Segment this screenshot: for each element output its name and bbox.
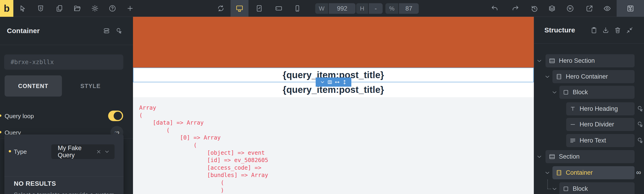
chevron-down-icon[interactable]: [104, 149, 110, 155]
modified-bullet: [0, 131, 2, 133]
query-type-select[interactable]: My Fake Query: [51, 144, 114, 159]
tab-content[interactable]: CONTENT: [4, 75, 62, 97]
resize-horizontal-icon[interactable]: [334, 80, 340, 85]
wordpress-icon[interactable]: W: [566, 4, 574, 12]
download-icon[interactable]: [602, 27, 609, 34]
mobile-landscape-icon[interactable]: [275, 4, 282, 12]
popup-divider: [4, 177, 124, 177]
query-settings-popup: Type My Fake Query NO RESULTS Select a t…: [4, 135, 124, 194]
dimension-label-W: W: [315, 3, 328, 14]
tree-item-hero-section[interactable]: Hero Section: [546, 54, 634, 67]
columns-icon[interactable]: [327, 80, 332, 85]
refresh-icon[interactable]: [217, 4, 224, 12]
collapse-icon[interactable]: [626, 27, 633, 34]
modified-bullet: [9, 150, 11, 152]
tree-expand-chevron-icon[interactable]: [536, 154, 542, 160]
interaction-icon[interactable]: [637, 105, 644, 112]
tree-item-label: Hero Text: [580, 137, 606, 144]
tree-item-label: Block: [573, 89, 588, 96]
container-element-icon: [556, 73, 562, 80]
builder-canvas: {query_item:post_title} {query_item:post…: [133, 17, 534, 194]
element-action-toolbar[interactable]: [316, 77, 351, 87]
mobile-portrait-icon[interactable]: [294, 4, 301, 12]
query-loop-label: Query loop: [4, 113, 34, 120]
tree-item-container[interactable]: Container: [552, 166, 634, 179]
element-settings-panel: Container CONTENT STYLE Query loop Query…: [0, 17, 133, 194]
resize-vertical-icon[interactable]: [342, 80, 347, 85]
panel-title: Container: [7, 27, 40, 35]
bricks-logo[interactable]: b: [0, 0, 13, 17]
type-label: Type: [14, 148, 27, 155]
print-r-array-dump: Array ( [data] => Array ( [0] => Array (…: [139, 104, 268, 194]
query-loop-toggle[interactable]: [108, 111, 123, 121]
tree-expand-chevron-icon[interactable]: [552, 186, 558, 192]
tree-item-label: Hero Section: [559, 57, 595, 64]
block-element-icon: [562, 186, 569, 192]
tree-item-label: Section: [559, 153, 580, 160]
external-link-icon[interactable]: [586, 4, 594, 12]
tree-item-hero-divider[interactable]: Hero Divider: [566, 118, 634, 131]
tree-item-hero-container[interactable]: Hero Container: [552, 70, 634, 83]
trash-icon[interactable]: [614, 27, 621, 34]
css3-icon[interactable]: 3: [37, 4, 44, 12]
svg-text:W: W: [568, 7, 572, 10]
save-icon: [626, 4, 634, 12]
section-element-icon: [549, 57, 556, 64]
query-debug-output[interactable]: Array ( [data] => Array ( [0] => Array (…: [133, 97, 534, 194]
redo-icon[interactable]: [512, 4, 519, 12]
controls-icon[interactable]: [103, 27, 110, 34]
save-button-active[interactable]: [616, 0, 644, 17]
tree-expand-chevron-icon[interactable]: [552, 89, 558, 95]
tree-expand-chevron-icon[interactable]: [544, 170, 550, 176]
plus-icon[interactable]: [126, 4, 134, 12]
popup-caret: [112, 132, 119, 135]
dimension-input-%[interactable]: 87: [399, 3, 419, 14]
chevron-down-icon[interactable]: [320, 80, 325, 85]
eye-icon[interactable]: [603, 4, 611, 12]
tree-connector-line: [547, 180, 548, 189]
layers-icon[interactable]: [548, 4, 556, 12]
tree-expand-chevron-icon[interactable]: [544, 74, 550, 80]
undo-icon[interactable]: [491, 4, 498, 12]
tree-item-label: Hero Heading: [580, 105, 618, 112]
structure-panel: Structure Hero SectionHero ContainerBloc…: [534, 17, 644, 194]
no-results-description: Select a template or provide a custom: [14, 191, 114, 194]
folder-icon[interactable]: [74, 4, 81, 12]
help-icon[interactable]: [108, 4, 116, 12]
tree-item-block[interactable]: Block: [559, 86, 634, 99]
desktop-icon: [236, 4, 244, 12]
dimension-input-W[interactable]: 992: [329, 3, 356, 14]
tab-style[interactable]: STYLE: [62, 75, 119, 97]
text-element-icon: [570, 137, 576, 144]
tree-item-hero-text[interactable]: Hero Text: [566, 134, 634, 147]
tree-item-section[interactable]: Section: [546, 150, 634, 163]
block-element-icon: [562, 89, 569, 96]
tree-item-label: Hero Divider: [580, 121, 614, 128]
gear-icon[interactable]: [91, 4, 99, 12]
tree-item-hero-heading[interactable]: Hero Heading: [566, 102, 634, 115]
history-icon[interactable]: [530, 4, 538, 12]
tree-item-block[interactable]: Block: [559, 182, 634, 194]
container-element-icon: [556, 169, 562, 176]
interaction-icon[interactable]: [637, 137, 644, 144]
tree-item-label: Hero Container: [566, 73, 608, 80]
element-id-input[interactable]: [4, 54, 123, 70]
close-icon[interactable]: [96, 149, 102, 155]
query-loop-indicator-icon: ∞: [636, 169, 641, 176]
panel-title: Structure: [544, 26, 575, 34]
top-toolbar: b 3W992H-%87W: [0, 0, 644, 17]
hero-section-element[interactable]: [133, 17, 534, 68]
desktop-breakpoint-active[interactable]: [230, 0, 248, 17]
cursor-icon[interactable]: [19, 4, 26, 12]
tablet-portrait-icon[interactable]: [256, 4, 263, 12]
dimension-input-H[interactable]: -: [369, 3, 383, 14]
interaction-icon[interactable]: [637, 121, 644, 128]
heading-element-icon: [570, 106, 576, 112]
modified-bullet: [0, 114, 2, 117]
tree-expand-chevron-icon[interactable]: [536, 58, 542, 64]
clipboard-icon[interactable]: [590, 27, 598, 34]
pages-icon[interactable]: [56, 4, 63, 12]
query-type-value: My Fake Query: [58, 145, 96, 159]
interaction-icon[interactable]: [116, 27, 123, 34]
divider-element-icon: [570, 121, 576, 128]
